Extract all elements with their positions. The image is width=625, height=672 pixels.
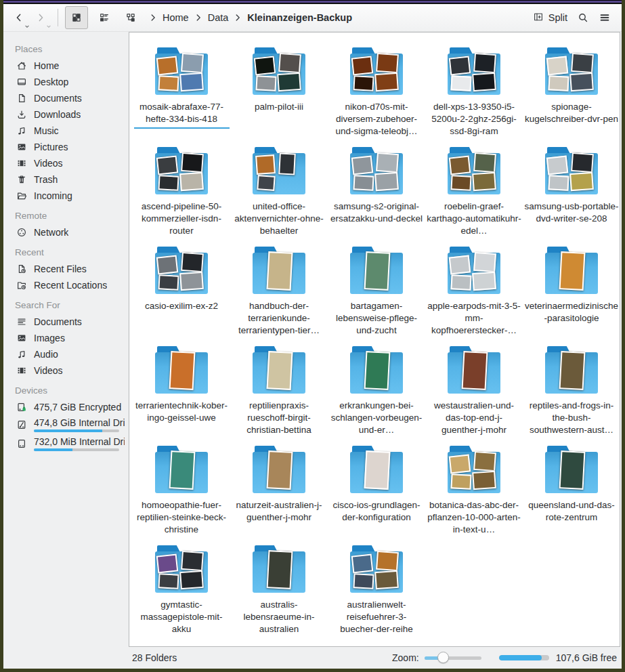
folder-item[interactable]: gymtastic-massagepistole-mit-akku	[133, 545, 230, 645]
thumbnail-preview	[376, 152, 399, 173]
search-button[interactable]	[573, 7, 593, 28]
folder-item[interactable]: samsung-s2-original-ersatzakku-und-decke…	[328, 147, 425, 247]
sidebar-item-music[interactable]: Music	[3, 123, 129, 139]
thumbnail-preview	[267, 351, 293, 390]
folder-open-icon	[16, 190, 27, 201]
folder-item[interactable]: terrarientechnik-kober-ingo-geissel-uwe	[133, 346, 230, 446]
thumbnail-preview	[462, 351, 488, 390]
folder-item[interactable]: queensland-und-das-rote-zentrum	[523, 446, 620, 545]
thumbnail-preview	[158, 274, 179, 291]
zoom-slider-handle[interactable]	[437, 652, 449, 663]
folder-item[interactable]: australienwelt-reisefuehrer-3-buecher-de…	[328, 545, 425, 645]
folder-item[interactable]: bartagamen-lebensweise-pflege-und-zucht	[328, 247, 425, 346]
chevron-right-icon	[35, 12, 46, 23]
zoom-slider[interactable]	[425, 652, 481, 663]
folder-item[interactable]: australis-lebensraeume-in-australien	[230, 545, 328, 645]
split-button[interactable]: Split	[529, 9, 572, 27]
view-mode-tree-button[interactable]	[121, 7, 141, 28]
thumbnail-preview	[449, 56, 471, 76]
sidebar-item-downloads[interactable]: Downloads	[3, 106, 129, 123]
folder-item[interactable]: veterinaermedizinische-parasitologie	[523, 247, 620, 346]
breadcrumb-item-kleinanzeigen-backup[interactable]: Kleinanzeigen-Backup	[244, 12, 355, 23]
menu-button[interactable]	[595, 7, 615, 28]
folder-item[interactable]: handbuch-der-terrarienkunde-terrarientyp…	[230, 247, 328, 346]
folder-item[interactable]: dell-xps-13-9350-i5-5200u-2-2ghz-256gi-s…	[425, 47, 523, 147]
breadcrumb-item-home[interactable]: Home	[160, 12, 192, 23]
folder-item[interactable]: erkrankungen-bei-schlangen-vorbeugen-und…	[328, 346, 425, 446]
thumbnail-preview	[353, 75, 374, 91]
folder-item[interactable]: reptiles-and-frogs-in-the-bush-southwest…	[523, 346, 620, 446]
sidebar-item-images[interactable]: Images	[3, 330, 129, 346]
thumbnail-preview	[156, 156, 179, 175]
sidebar-item-recent-files[interactable]: Recent Files	[3, 261, 129, 277]
thumbnail-preview	[351, 156, 374, 175]
thumbnail-preview	[267, 550, 293, 589]
sidebar-item-incoming[interactable]: Incoming	[3, 188, 129, 204]
thumbnail-preview	[353, 175, 374, 191]
back-button[interactable]	[9, 7, 29, 28]
folder-icon	[349, 247, 404, 295]
breadcrumb-item-data[interactable]: Data	[205, 12, 232, 23]
folder-item[interactable]: naturzeit-australien-j-guenther-j-mohr	[230, 446, 328, 545]
folder-item[interactable]: palm-pilot-iii	[230, 47, 328, 147]
folder-item[interactable]: reptilienpraxis-rueschoff-birgit-christi…	[230, 346, 328, 446]
network-icon	[16, 227, 27, 238]
sidebar-item-trash[interactable]: Trash	[3, 171, 129, 188]
forward-button[interactable]	[30, 7, 51, 28]
sidebar-item-videos[interactable]: Videos	[3, 362, 129, 379]
sidebar-item-pictures[interactable]: Pictures	[3, 139, 129, 155]
folder-item[interactable]: apple-earpods-mit-3-5-mm-kopfhoerersteck…	[425, 247, 523, 346]
thumbnail-preview	[450, 274, 471, 291]
folder-item[interactable]: united-office-aktenvernichter-ohne-behae…	[230, 147, 328, 247]
folder-item[interactable]: casio-exilim-ex-z2	[133, 247, 230, 346]
thumbnail-preview	[254, 56, 276, 76]
sidebar-item-474-8-gib-internal-dri-[interactable]: 474,8 GiB Internal Dri…	[3, 415, 129, 434]
sidebar-item-475-7-gib-encrypted-[interactable]: 475,7 GiB Encrypted …	[3, 399, 129, 415]
folder-icon	[251, 545, 307, 594]
folder-item[interactable]: samsung-usb-portable-dvd-writer-se-208	[523, 147, 620, 247]
folder-item[interactable]: botanica-das-abc-der-pflanzen-10-000-art…	[425, 446, 523, 545]
crumb-chevron-icon	[232, 12, 243, 23]
drive-lock-icon	[16, 402, 27, 413]
folders-count: 28 Folders	[132, 652, 177, 663]
thumbnail-preview	[278, 152, 296, 175]
sidebar-item-documents[interactable]: Documents	[3, 314, 129, 330]
view-mode-details-button[interactable]	[94, 7, 114, 28]
disk-usage-bar	[34, 429, 119, 432]
folder-name-label: samsung-s2-original-ersatzakku-und-decke…	[329, 201, 425, 225]
sidebar-item-documents[interactable]: Documents	[3, 90, 129, 106]
sidebar-item-home[interactable]: Home	[3, 58, 129, 74]
sidebar-item-desktop[interactable]: Desktop	[3, 74, 129, 90]
thumbnail-preview	[181, 53, 204, 73]
sidebar-item-videos[interactable]: Videos	[3, 155, 129, 171]
folder-item[interactable]: roebelin-graef-karthago-automatikuhr-ede…	[425, 147, 523, 247]
folder-item[interactable]: mosaik-abrafaxe-77-hefte-334-bis-418	[133, 47, 230, 147]
folder-item[interactable]: spionage-kugelschreiber-dvr-pen	[523, 47, 620, 147]
sidebar-item-recent-locations[interactable]: Recent Locations	[3, 277, 129, 293]
drive-icon	[16, 438, 27, 449]
breadcrumb-label: Data	[208, 12, 229, 23]
folder-item[interactable]: nikon-d70s-mit-diversem-zubehoer-und-sig…	[328, 47, 425, 147]
doc-lines-icon	[16, 316, 27, 327]
folder-icon	[154, 545, 209, 594]
folder-item[interactable]: westaustralien-und-das-top-end-j-guenthe…	[425, 346, 523, 446]
folder-item[interactable]: cisco-ios-grundlagen-der-konfiguration	[328, 446, 425, 545]
desktop-icon	[16, 77, 27, 87]
thumbnail-preview	[278, 53, 301, 73]
folder-item[interactable]: ascend-pipeline-50-kommerzieller-isdn-ro…	[133, 147, 230, 247]
tree-view-icon	[125, 12, 136, 23]
sidebar-item-network[interactable]: Network	[3, 224, 129, 240]
film-icon	[16, 158, 27, 169]
status-bar: 28 Folders Zoom: 107,6 GiB free	[3, 647, 622, 669]
sidebar-section-title: Devices	[15, 385, 129, 396]
crumb-chevron-icon	[148, 12, 158, 23]
thumbnail-preview	[472, 172, 496, 191]
thumbnail-preview	[351, 56, 374, 76]
image-icon	[16, 333, 27, 343]
view-mode-icons-button[interactable]	[65, 6, 88, 29]
folder-icon	[349, 346, 404, 395]
folder-item[interactable]: homoeopathie-fuer-reptilien-steinke-beck…	[133, 446, 230, 545]
sidebar-item-732-0-mib-internal-dri-[interactable]: 732,0 MiB Internal Dri…	[3, 434, 129, 453]
sidebar-item-audio[interactable]: Audio	[3, 346, 129, 362]
folder-icon	[251, 47, 307, 96]
